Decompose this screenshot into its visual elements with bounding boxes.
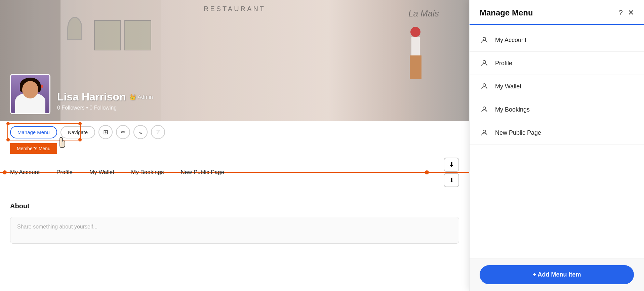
person-icon-new-public-page [480,129,489,137]
download-bottom-button[interactable]: ⬇ [444,173,459,187]
profile-stats: 0 Followers • 0 Following [57,105,153,111]
manage-menu-button[interactable]: Manage Menu [10,126,57,138]
profile-name: Lisa Harrison 👑 Admin [57,91,153,103]
main-content: RESTAURANT La Mais Lisa [0,0,469,291]
panel-item-label-new-public-page: New Public Page [495,129,541,136]
svg-point-6 [483,130,486,133]
svg-point-2 [483,37,486,40]
svg-point-5 [483,107,486,110]
followers-count: 0 Followers [57,105,85,111]
action-bar: Manage Menu Navigate ⊞ ✏ « ? Member's Me… [0,121,469,143]
admin-badge: 👑 Admin [129,94,153,100]
add-menu-item-button[interactable]: + Add Menu Item [480,265,634,284]
help-icon-button[interactable]: ? [151,125,165,139]
admin-label: Admin [138,94,153,100]
nav-item-my-bookings[interactable]: My Bookings [131,167,164,177]
panel-item-label-my-wallet: My Wallet [495,83,521,90]
about-section: About Share something about yourself... [0,192,469,254]
panel-title: Manage Menu [480,8,533,17]
nav-item-profile[interactable]: Profile [56,167,73,177]
edit-icon-button[interactable]: ✏ [116,125,130,139]
panel-menu-list: My Account Profile My Wallet [470,25,644,258]
right-dot [425,170,429,174]
panel-item-label-my-bookings: My Bookings [495,106,530,113]
panel-close-button[interactable]: ✕ [628,8,634,17]
person-icon-my-account [480,36,489,44]
panel-item-label-my-account: My Account [495,37,526,44]
layout-icon-button[interactable]: ⊞ [98,125,113,139]
panel-item-my-account[interactable]: My Account [470,29,644,52]
svg-point-3 [483,60,486,63]
manage-menu-panel: Manage Menu ? ✕ My Account Profile [469,0,644,291]
navigate-button[interactable]: Navigate [61,126,95,138]
nav-menu-items: My Account Profile My Wallet My Bookings… [10,153,459,192]
back-icon-button[interactable]: « [133,125,148,139]
panel-help-button[interactable]: ? [619,8,623,17]
following-count: 0 Following [89,105,117,111]
about-placeholder: Share something about yourself... [17,224,97,230]
members-menu-label: Member's Menu [10,143,57,154]
about-textarea-wrapper[interactable]: Share something about yourself... [10,217,459,244]
person-icon-profile [480,59,489,67]
download-top-button[interactable]: ⬇ [444,158,459,172]
profile-info: Lisa Harrison 👑 Admin 0 Followers • 0 Fo… [57,91,153,114]
person-icon-my-bookings [480,106,489,114]
profile-section: Lisa Harrison 👑 Admin 0 Followers • 0 Fo… [0,67,469,121]
nav-menu-area: My Account Profile My Wallet My Bookings… [0,153,469,192]
panel-footer: + Add Menu Item [470,258,644,291]
hero-banner: RESTAURANT La Mais Lisa [0,0,469,121]
nav-item-new-public-page[interactable]: New Public Page [180,167,224,177]
left-dot [3,170,7,174]
crown-icon: 👑 [129,94,136,100]
svg-point-4 [483,84,486,86]
user-name: Lisa Harrison [57,91,126,103]
person-icon-my-wallet [480,82,489,90]
panel-item-label-profile: Profile [495,60,512,67]
panel-item-my-bookings[interactable]: My Bookings [470,98,644,121]
avatar [10,74,50,114]
panel-header-actions: ? ✕ [619,8,634,17]
nav-item-my-account[interactable]: My Account [10,167,40,177]
about-title: About [10,202,459,210]
nav-item-my-wallet[interactable]: My Wallet [89,167,114,177]
panel-header: Manage Menu ? ✕ [470,0,644,25]
panel-item-profile[interactable]: Profile [470,52,644,75]
panel-item-my-wallet[interactable]: My Wallet [470,75,644,98]
panel-item-new-public-page[interactable]: New Public Page [470,121,644,144]
